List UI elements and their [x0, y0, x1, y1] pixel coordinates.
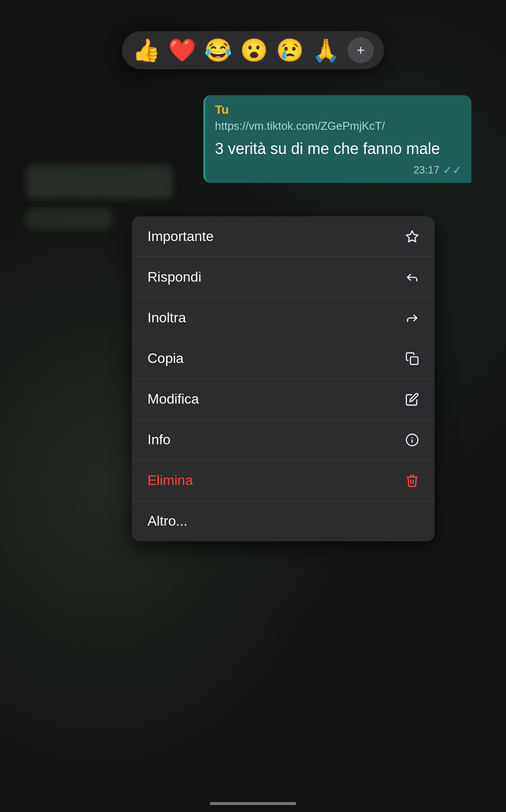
menu-item-importante[interactable]: Importante [132, 216, 435, 257]
trash-icon [405, 474, 419, 488]
emoji-thumbsup[interactable]: 👍 [132, 39, 160, 61]
menu-item-copia[interactable]: Copia [132, 338, 435, 379]
blurred-message-2 [26, 208, 112, 229]
emoji-reaction-bar: 👍 ❤️ 😂 😮 😢 🙏 + [122, 31, 384, 69]
emoji-laugh[interactable]: 😂 [204, 39, 232, 61]
menu-item-altro[interactable]: Altro... [132, 501, 435, 541]
message-bubble: Tu https://vm.tiktok.com/ZGePmjKcT/ 3 ve… [203, 95, 471, 183]
emoji-wow[interactable]: 😮 [240, 39, 268, 61]
menu-item-rispondi[interactable]: Rispondi [132, 257, 435, 298]
reply-icon [405, 270, 419, 284]
menu-label-importante: Importante [147, 228, 214, 244]
menu-label-modifica: Modifica [147, 391, 199, 407]
message-sender: Tu [215, 103, 462, 117]
emoji-heart[interactable]: ❤️ [168, 39, 196, 61]
star-icon [405, 230, 419, 244]
emoji-cry[interactable]: 😢 [276, 39, 304, 61]
message-link: https://vm.tiktok.com/ZGePmjKcT/ [215, 119, 462, 133]
menu-label-altro: Altro... [147, 513, 187, 529]
message-meta: 23:17 ✓✓ [215, 164, 462, 177]
emoji-more-button[interactable]: + [348, 37, 374, 63]
emoji-pray[interactable]: 🙏 [312, 39, 340, 61]
menu-item-modifica[interactable]: Modifica [132, 379, 435, 420]
svg-rect-1 [410, 357, 418, 364]
menu-label-copia: Copia [147, 350, 184, 366]
menu-item-info[interactable]: Info [132, 420, 435, 460]
menu-item-elimina[interactable]: Elimina [132, 460, 435, 501]
menu-label-info: Info [147, 432, 170, 448]
menu-label-inoltra: Inoltra [147, 310, 186, 326]
home-indicator [210, 802, 296, 805]
copy-icon [405, 352, 419, 366]
svg-marker-0 [407, 231, 418, 241]
menu-label-rispondi: Rispondi [147, 269, 202, 285]
message-text: 3 verità su di me che fanno male [215, 139, 462, 159]
info-icon [405, 433, 419, 447]
menu-item-inoltra[interactable]: Inoltra [132, 298, 435, 338]
blurred-message-1 [26, 164, 173, 199]
edit-icon [405, 392, 419, 406]
message-read-ticks: ✓✓ [443, 164, 462, 177]
forward-icon [405, 311, 419, 325]
menu-label-elimina: Elimina [147, 472, 193, 488]
message-time: 23:17 [413, 164, 439, 176]
context-menu: Importante Rispondi Inoltra Copia Modifi… [132, 216, 435, 541]
